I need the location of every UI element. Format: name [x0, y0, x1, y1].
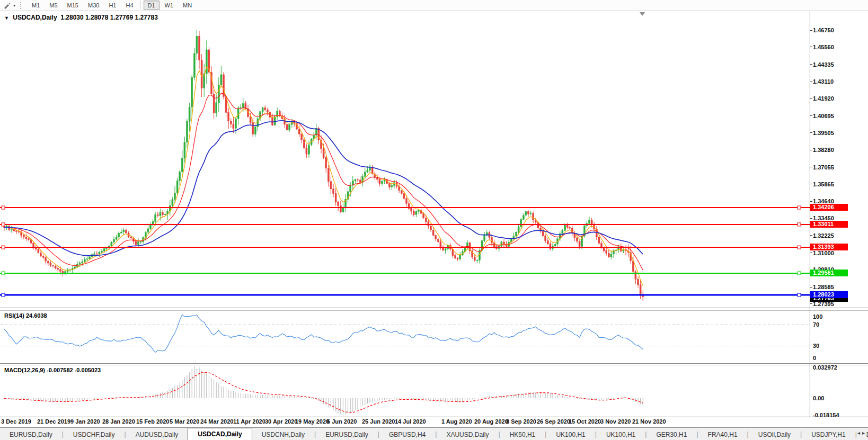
panel-separator[interactable]: [0, 308, 868, 308]
pencil-draw-tool-icon[interactable]: [2, 1, 12, 10]
candle-body: [286, 124, 288, 130]
candle-body: [228, 112, 229, 121]
chart-tab-GER30-H1[interactable]: GER30,H1: [646, 429, 696, 440]
chart-tab-USOil-Daily[interactable]: USOil,Daily: [749, 429, 800, 440]
candle-body: [106, 248, 108, 249]
candle-body: [118, 233, 120, 237]
candle-body: [303, 140, 305, 148]
tf-button-H1[interactable]: H1: [104, 1, 120, 10]
candle-body: [155, 215, 156, 222]
candle-body: [79, 263, 81, 265]
tf-button-M30[interactable]: M30: [84, 1, 103, 10]
price-tickmark: [810, 303, 812, 304]
line-handle: [798, 272, 801, 275]
candle-body: [262, 108, 263, 112]
chart-tab-USDCHF-Daily[interactable]: USDCHF,Daily: [64, 429, 125, 440]
price-axis-label: 1.32225: [813, 232, 834, 239]
candle-body: [274, 117, 276, 125]
candle-body: [350, 185, 351, 192]
candle-body: [84, 259, 85, 262]
chart-tab-USDCAD-Daily[interactable]: USDCAD,Daily: [188, 428, 252, 440]
main-price-chart[interactable]: [0, 11, 810, 308]
candle-body: [562, 230, 563, 234]
candle-body: [45, 257, 47, 261]
panel-separator[interactable]: [0, 363, 868, 364]
candle-body: [564, 225, 566, 230]
tab-scroll-left-icon[interactable]: ◂: [857, 430, 862, 436]
line-price-tag-1.34206: 1.34206: [810, 204, 848, 211]
tf-button-M1[interactable]: M1: [28, 1, 44, 10]
candle-body: [96, 254, 98, 254]
chart-tab-UK100-H1[interactable]: UK100,H1: [546, 429, 595, 440]
dropdown-caret-icon[interactable]: ▾: [12, 3, 17, 8]
line-price-tag-1.31393: 1.31393: [810, 244, 848, 250]
tf-button-M5[interactable]: M5: [45, 1, 61, 10]
candle-body: [401, 191, 402, 194]
candle-body: [413, 211, 414, 215]
tab-scroll-right-icon[interactable]: ▸: [862, 430, 867, 436]
candle-body: [157, 215, 158, 216]
candle-body: [18, 231, 20, 232]
chart-tab-AUDUSD-Daily[interactable]: AUDUSD,Daily: [126, 429, 188, 440]
toolbar-grip[interactable]: [20, 2, 24, 9]
candle-body: [199, 36, 200, 60]
price-tickmark: [810, 47, 812, 47]
candle-body: [187, 121, 188, 142]
line-handle: [2, 246, 5, 249]
candle-body: [327, 168, 329, 182]
candle-body: [298, 129, 300, 134]
candle-body: [220, 75, 222, 85]
candle-body: [306, 148, 307, 154]
chart-tab-USDCNH-Daily[interactable]: USDCNH,Daily: [252, 429, 314, 440]
tf-button-M15[interactable]: M15: [63, 1, 83, 10]
macd-label: MACD(12,26,9) -0.007582 -0.005023: [4, 367, 101, 373]
candle-body: [591, 220, 592, 224]
candle-body: [160, 212, 161, 215]
tf-button-MN[interactable]: MN: [179, 1, 196, 10]
chart-tab-USDJPY-H1[interactable]: USDJPY,H1: [802, 429, 855, 440]
date-axis-label: 3 Dec 2019: [1, 418, 31, 425]
candle-body: [545, 236, 546, 241]
chart-tab-EURUSD-Daily[interactable]: EURUSD,Daily: [0, 429, 62, 440]
candle-body: [206, 50, 207, 74]
price-tickmark: [810, 253, 812, 253]
candle-body: [57, 268, 59, 270]
price-tickmark: [810, 167, 812, 167]
candle-body: [418, 210, 420, 211]
candle-body: [474, 257, 475, 260]
price-axis-label: 1.38280: [813, 147, 834, 153]
candle-body: [355, 179, 356, 181]
chart-tab-FRA40-H1[interactable]: FRA40,H1: [698, 429, 747, 440]
collapse-triangle-icon[interactable]: ▼: [4, 15, 9, 21]
date-axis-label: 30 Apr 2020: [265, 418, 297, 425]
tf-button-D1[interactable]: D1: [144, 1, 160, 10]
candle-body: [533, 213, 534, 220]
candle-body: [172, 200, 173, 205]
candle-body: [59, 270, 61, 272]
candle-body: [528, 212, 529, 214]
tf-button-H4[interactable]: H4: [121, 1, 137, 10]
timeframe-toolbar: ▾ M1M5M15M30H1H4D1W1MN: [0, 0, 868, 11]
price-tickmark: [810, 184, 812, 184]
candle-body: [428, 222, 429, 226]
chart-tab-bar: EURUSD,Daily|USDCHF,Daily|AUDUSD,DailyUS…: [0, 427, 868, 440]
candle-body: [522, 215, 524, 220]
price-tickmark: [810, 98, 812, 99]
chart-tab-EURUSD-Daily[interactable]: EURUSD,Daily: [316, 429, 378, 440]
candle-body: [484, 235, 485, 240]
macd-axis-label: 0.032972: [813, 364, 837, 371]
candle-body: [435, 235, 437, 239]
candle-body: [235, 119, 237, 128]
tf-button-W1[interactable]: W1: [161, 1, 178, 10]
date-axis-label: 8 Sep 2020: [506, 418, 536, 425]
macd-axis-label: 0.00: [813, 395, 824, 401]
chart-tab-UK100-H1[interactable]: UK100,H1: [597, 429, 645, 440]
chart-tab-GBPUSD-H4[interactable]: GBPUSD,H4: [379, 429, 435, 440]
candle-body: [520, 220, 522, 227]
chart-tab-HK50-H1[interactable]: HK50,H1: [500, 429, 545, 440]
candle-body: [415, 211, 417, 214]
chart-tab-XAUUSD-Daily[interactable]: XAUUSD,Daily: [437, 429, 498, 440]
rsi-indicator-chart[interactable]: [0, 311, 810, 363]
price-tickmark: [810, 287, 812, 288]
macd-indicator-chart[interactable]: [0, 365, 810, 417]
